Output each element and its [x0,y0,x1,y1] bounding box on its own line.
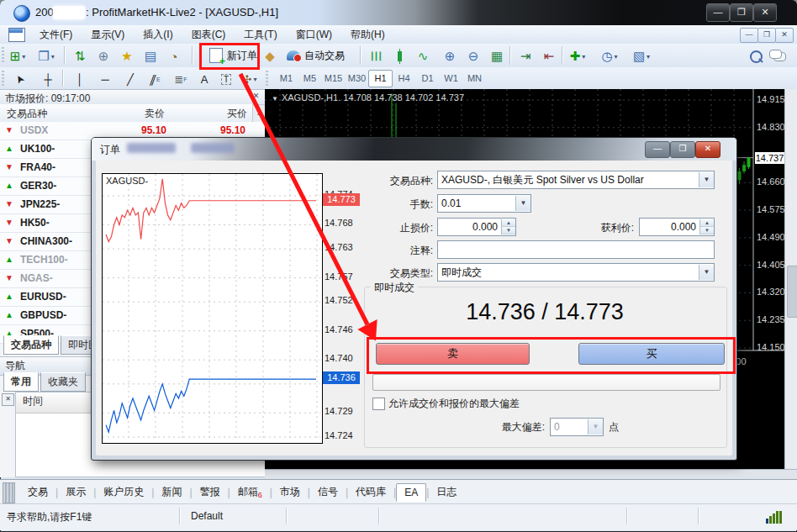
chevron-down-icon[interactable]: ▼ [272,95,278,103]
zoom-in-button[interactable]: ⊕ [439,45,461,67]
column-sell[interactable]: 卖价 [145,107,165,121]
comment-input[interactable] [437,240,715,259]
text-tool[interactable]: A [193,69,215,89]
menu-item-tools[interactable]: 工具(T) [235,26,286,44]
vertical-line-tool[interactable]: │ [69,69,91,89]
chevron-down-icon[interactable]: ▼ [699,172,714,187]
dialog-minimize-button[interactable]: — [645,141,670,158]
strategy-tester-button[interactable]: ◔ [163,45,185,67]
terminal-tab-4[interactable]: 警报 [193,482,228,502]
menu-item-file[interactable]: 文件(F) [30,26,82,44]
search-icon[interactable] [745,45,767,67]
symbol-select[interactable]: XAGUSD-, 白银美元 Spot Silver vs US Dollar▼ [437,171,715,189]
market-watch-tab-0[interactable]: 交易品种 [3,335,59,355]
horizontal-line-tool[interactable]: ─ [94,69,116,89]
new-chart-button[interactable]: ⊞▾ [7,45,29,67]
status-profile-name[interactable]: Default [191,510,223,522]
window-maximize-button[interactable]: ❐ [730,3,753,22]
stoploss-spinner[interactable]: 0.000 ▲▼ [437,218,516,236]
menu-item-window[interactable]: 窗口(W) [287,26,341,44]
window-close-button[interactable]: ✕ [753,3,777,22]
max-deviation-checkbox[interactable] [372,398,385,410]
takeprofit-spinner[interactable]: 0.000 ▲▼ [639,218,715,236]
terminal-tab-8[interactable]: 代码库 [348,482,393,502]
spinner-arrows[interactable]: ▲▼ [501,219,515,234]
crosshair-tool[interactable]: ┼ [37,69,59,89]
timeframe-h1[interactable]: H1 [368,70,393,87]
chat-icon[interactable] [768,45,790,67]
cursor-tool[interactable]: ➤ [8,69,30,89]
periods-button[interactable]: ◷▾ [599,45,620,67]
data-window-toggle-button[interactable]: ⊕ [92,45,114,67]
auto-scroll-button[interactable]: ⇤ [538,45,560,67]
market-watch-close-icon[interactable]: ✕ [251,91,261,102]
timeframe-d1[interactable]: D1 [415,70,440,87]
order-dialog-titlebar[interactable]: 订单 — ❐ ✕ [92,138,736,161]
terminal-tab-9[interactable]: EA [396,483,426,502]
chevron-down-icon[interactable]: ▼ [699,265,714,280]
scrollbar-thumb[interactable] [787,266,797,318]
trendline-tool[interactable]: ╱ [119,69,141,89]
stoploss-field-label: 止损价: [353,221,433,235]
terminal-tab-0[interactable]: 交易 [20,482,55,502]
timeframe-h4[interactable]: H4 [392,70,416,87]
symbol-name: EURUSD- [20,291,66,303]
window-minimize-button[interactable]: — [706,3,730,22]
candlestick-chart-type-button[interactable] [388,45,410,67]
text-label-tool[interactable]: T [215,69,237,89]
menu-item-charts[interactable]: 图表(C) [182,26,235,44]
chart-price-scale[interactable]: 14.737 14.91514.83014.66014.57514.49014.… [755,89,784,469]
expert-remove-icon[interactable]: ◆ [259,45,281,67]
vertical-scrollbar[interactable] [784,89,797,469]
tile-windows-button[interactable]: ▦ [486,45,508,67]
channel-tool[interactable]: ∥E [145,69,166,89]
menu-item-help[interactable]: 帮助(H) [341,26,394,44]
profiles-button[interactable]: ❐▾ [35,45,57,67]
column-buy[interactable]: 买价 [227,107,247,121]
fibonacci-tool[interactable]: ≣F [170,69,192,89]
terminal-tab-10[interactable]: 日志 [429,482,464,502]
max-deviation-checkbox-label[interactable]: 允许成交价和报价的最大偏差 [388,397,520,411]
column-symbol[interactable]: 交易品种 [7,107,47,121]
volume-select[interactable]: 0.01▼ [437,194,531,213]
navigator-toggle-button[interactable]: ★ [116,45,138,67]
timeframe-m30[interactable]: M30 [345,70,369,87]
menu-item-view[interactable]: 显示(V) [82,26,134,44]
autotrading-button[interactable]: 自动交易 [282,45,349,66]
timeframe-w1[interactable]: W1 [439,70,463,87]
timeframe-mn[interactable]: MN [462,70,487,87]
mdi-close-button[interactable]: ✕ [775,28,794,43]
terminal-tab-3[interactable]: 新闻 [154,482,189,502]
terminal-tab-7[interactable]: 信号 [310,482,346,502]
terminal-tab-1[interactable]: 展示 [58,482,93,502]
timeframe-m5[interactable]: M5 [298,70,322,87]
bar-chart-type-button[interactable]: ☰ [365,45,387,67]
terminal-tab-5[interactable]: 邮箱6 [230,482,270,502]
toolbar-separator [360,46,361,65]
spinner-arrows[interactable]: ▲▼ [699,219,714,234]
arrows-tool[interactable]: ✣▾ [239,69,261,89]
chart-shift-button[interactable]: ⇥ [515,45,536,67]
terminal-panel-icon[interactable] [3,482,15,503]
terminal-tab-6[interactable]: 市场 [272,482,308,502]
terminal-tab-2[interactable]: 账户历史 [96,482,151,502]
chevron-down-icon[interactable]: ▼ [515,196,530,211]
timeframe-m1[interactable]: M1 [274,70,298,87]
market-watch-toggle-button[interactable]: ⇅ [69,45,91,67]
navigator-tab-1[interactable]: 收藏夹 [40,372,86,392]
timeframe-m15[interactable]: M15 [321,70,346,87]
dialog-close-button[interactable]: ✕ [695,141,720,158]
templates-button[interactable]: ▧▾ [631,45,652,67]
mdi-minimize-button[interactable]: — [740,28,758,43]
mdi-restore-button[interactable]: ❐ [757,28,776,43]
navigator-tab-0[interactable]: 常用 [3,372,39,392]
menu-item-insert[interactable]: 插入(I) [134,26,182,44]
alerts-close-icon[interactable]: ✕ [2,393,14,406]
order-type-select[interactable]: 即时成交▼ [437,263,715,282]
indicators-button[interactable]: ✚▾ [567,45,589,67]
max-deviation-select[interactable]: 0▼ [550,418,604,436]
zoom-out-button[interactable]: ⊖ [462,45,484,67]
dialog-restore-button[interactable]: ❐ [670,141,695,158]
line-chart-type-button[interactable]: ∿ [412,45,434,67]
terminal-toggle-button[interactable]: ▤ [140,45,161,67]
